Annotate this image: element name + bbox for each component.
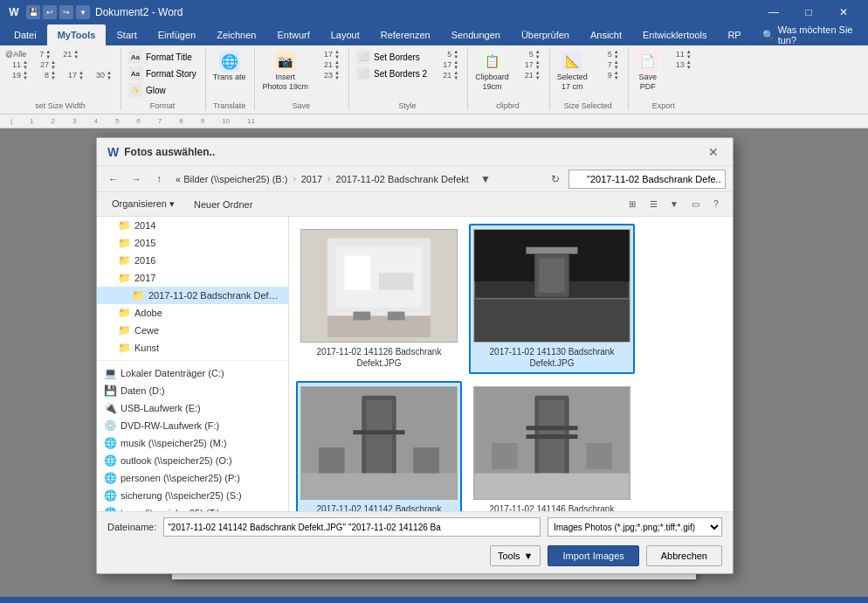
nav-back-button[interactable]: ← [104,170,123,189]
tree-item-adobe[interactable]: 📁 Adobe [97,304,288,322]
nav-dropdown-btn[interactable]: ▼ [476,170,495,189]
down-arrow-7[interactable]: ▼ [79,75,87,80]
down-arrow-8[interactable]: ▼ [107,75,115,80]
view-large-icons[interactable]: ⊞ [623,195,642,214]
tree-item-o[interactable]: 🌐 outlook (\\speicher25) (O:) [97,452,288,469]
exp-down-2[interactable]: ▼ [686,65,695,70]
tab-sendungen[interactable]: Sendungen [441,24,511,45]
tab-zeichnen[interactable]: Zeichnen [206,24,266,45]
tab-einfuegen[interactable]: Einfügen [148,24,206,45]
tree-item-t[interactable]: 🌐 temp (\\speicher25) (T:) [97,504,288,511]
nav-search-input[interactable] [568,170,726,189]
file-item-4[interactable]: 2017-11-02 141146 Badschrank Defekt.JPG [469,381,635,511]
down-arrow-5[interactable]: ▼ [23,75,31,80]
filetype-select[interactable]: Images Photos (*.jpg;*.png;*.tiff;*.gif) [548,517,722,537]
format-story-btn[interactable]: Aa Format Story [125,66,200,81]
nav-up-button[interactable]: ↑ [149,170,169,189]
tree-item-e[interactable]: 🔌 USB-Laufwerk (E:) [97,399,288,417]
tree-item-2017[interactable]: 📁 2017 [97,269,288,287]
selected-btn[interactable]: 📐 Selected17 cm [554,49,591,94]
sel-spin-3[interactable]: ▲▼ [614,70,623,80]
nav-path-segment-badschrank[interactable]: 2017-11-02 Badschrank Defekt [333,172,472,186]
tab-ueberprufen[interactable]: Überprüfen [511,24,580,45]
file-item-3[interactable]: 2017-11-02 141142 Badschrank Defekt.JPG [296,381,462,511]
tab-datei[interactable]: Datei [3,24,47,45]
down-arrow-6[interactable]: ▼ [51,75,59,80]
sel-spin-1[interactable]: ▲▼ [614,49,623,59]
spin-5[interactable]: ▲▼ [23,70,31,80]
tree-item-2015[interactable]: 📁 2015 [97,234,288,252]
insert-photos-btn[interactable]: 📷 InsertPhotos 19cm [258,49,312,94]
clip-spin-3[interactable]: ▲▼ [535,70,544,80]
set-borders-btn[interactable]: ⬜ Set Borders [353,49,431,65]
tab-entwicklertools[interactable]: Entwicklertools [632,24,717,45]
view-details[interactable]: ☰ [644,195,663,214]
nav-path-segment-2017[interactable]: 2017 [298,172,326,186]
tree-item-p[interactable]: 🌐 personen (\\speicher25) (P:) [97,469,288,487]
save-spin-3[interactable]: ▲▼ [334,70,343,80]
clip-down-3[interactable]: ▼ [535,75,544,80]
spin-8[interactable]: ▲▼ [107,70,115,80]
glow-btn[interactable]: ✨ Glow [125,82,200,98]
clipboard-btn[interactable]: 📋 Clipboard19cm [472,49,513,94]
clip-spin-2[interactable]: ▲▼ [535,59,544,70]
style-spin-3[interactable]: ▲▼ [453,70,462,80]
spin-4[interactable]: ▲▼ [51,59,59,70]
clip-spin-1[interactable]: ▲▼ [535,49,544,59]
view-preview[interactable]: ▭ [685,195,705,214]
tree-item-kunst[interactable]: 📁 Kunst [97,339,288,357]
tree-item-2014[interactable]: 📁 2014 [97,217,288,234]
translate-button[interactable]: 🌐 Trans ate [210,49,250,84]
tab-mytools[interactable]: MyTools [47,24,107,45]
dialog-close-button[interactable]: ✕ [705,143,722,161]
exp-spin-2[interactable]: ▲▼ [686,59,695,70]
tree-item-s[interactable]: 🌐 sicherung (\\speicher25) (S:) [97,487,288,504]
view-dropdown[interactable]: ▼ [665,195,684,214]
nav-refresh-button[interactable]: ↻ [546,170,565,189]
tree-item-f[interactable]: 💿 DVD-RW-Laufwerk (F:) [97,417,288,434]
nav-forward-button[interactable]: → [127,170,146,189]
tab-referenzen[interactable]: Referenzen [370,24,441,45]
exp-spin-1[interactable]: ▲▼ [686,49,695,59]
save-down-3[interactable]: ▼ [334,75,343,80]
close-button[interactable]: ✕ [826,0,861,24]
tab-ansicht[interactable]: Ansicht [580,24,632,45]
style-spin-2[interactable]: ▲▼ [453,59,462,70]
view-help[interactable]: ? [706,195,726,214]
style-down-3[interactable]: ▼ [453,75,462,80]
filename-input[interactable] [163,517,541,537]
style-spin-1[interactable]: ▲▼ [453,49,462,59]
tab-rp[interactable]: RP [717,24,751,45]
redo-icon[interactable]: ↪ [59,5,73,19]
cancel-button[interactable]: Abbrechen [646,545,722,566]
tab-start[interactable]: Start [106,24,147,45]
save-spin-2[interactable]: ▲▼ [334,59,343,70]
spin-1[interactable]: ▲▼ [45,49,54,59]
minimize-button[interactable]: — [756,0,791,24]
file-item-1[interactable]: 2017-11-02 141126 Badschrank Defekt.JPG [296,224,462,374]
other-icon[interactable]: ▼ [76,5,90,19]
sel-down-3[interactable]: ▼ [614,75,623,80]
spin-7[interactable]: ▲▼ [79,70,87,80]
new-folder-button[interactable]: Neuer Ordner [186,195,260,214]
save-pdf-btn[interactable]: 📄 SavePDF [632,49,664,94]
spin-6[interactable]: ▲▼ [51,70,59,80]
save-icon[interactable]: 💾 [26,5,40,19]
format-title-btn[interactable]: Aa Format Title [125,49,200,65]
organize-button[interactable]: Organisieren ▾ [104,195,183,214]
import-images-button[interactable]: Import Images [548,545,638,566]
tree-item-m[interactable]: 🌐 musik (\\speicher25) (M:) [97,434,288,452]
tree-item-c[interactable]: 💻 Lokaler Datenträger (C:) [97,364,288,382]
sel-spin-2[interactable]: ▲▼ [614,59,623,70]
nav-path-segment-bilder[interactable]: « Bilder (\\speicher25) (B:) [172,172,291,186]
spin-3[interactable]: ▲▼ [23,59,31,70]
tab-layout[interactable]: Layout [320,24,370,45]
tree-item-d[interactable]: 💾 Daten (D:) [97,382,288,399]
spin-2[interactable]: ▲▼ [73,49,82,59]
tab-entwurf[interactable]: Entwurf [266,24,320,45]
undo-icon[interactable]: ↩ [43,5,57,19]
tree-item-2016[interactable]: 📁 2016 [97,252,288,269]
tools-button[interactable]: Tools ▼ [490,545,541,566]
maximize-button[interactable]: □ [791,0,826,24]
set-borders2-btn[interactable]: ⬜ Set Borders 2 [353,66,431,81]
